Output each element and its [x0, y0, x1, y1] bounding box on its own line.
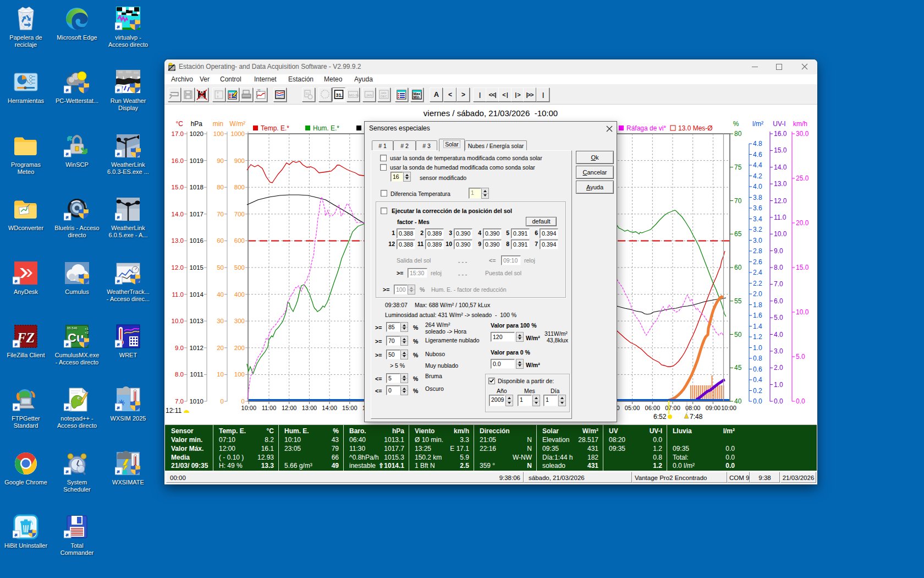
- svg-text:MO-SU: MO-SU: [349, 94, 360, 97]
- svg-text:31: 31: [306, 92, 310, 95]
- svg-text:Min: Min: [414, 95, 420, 99]
- svg-text:4.6: 4.6: [753, 151, 762, 159]
- svg-text:20.0: 20.0: [796, 219, 809, 227]
- svg-text:65: 65: [734, 230, 742, 238]
- svg-text:T: T: [217, 91, 219, 95]
- svg-text:16.0: 16.0: [774, 130, 787, 138]
- svg-text:6.0: 6.0: [774, 297, 783, 305]
- svg-text:1018: 1018: [189, 184, 204, 190]
- svg-text:1019: 1019: [189, 157, 204, 164]
- svg-text:13.0: 13.0: [774, 180, 787, 188]
- svg-text:14:00: 14:00: [322, 405, 337, 411]
- svg-text:100: 100: [213, 130, 224, 137]
- svg-text:1014: 1014: [189, 291, 204, 298]
- svg-text:10.0: 10.0: [774, 230, 787, 238]
- svg-text:JAN: JAN: [381, 91, 386, 95]
- svg-text:8.0: 8.0: [175, 371, 184, 378]
- svg-text:0.2: 0.2: [753, 387, 762, 395]
- svg-text:%: %: [733, 120, 739, 128]
- svg-text:Temp. E.*: Temp. E.*: [261, 124, 289, 132]
- svg-text:200: 200: [234, 345, 245, 351]
- svg-text:4.2: 4.2: [753, 172, 762, 180]
- svg-text:12.0: 12.0: [774, 197, 787, 205]
- svg-text:Ráfaga de vi*: Ráfaga de vi*: [626, 124, 666, 132]
- svg-text:0.4: 0.4: [753, 376, 762, 384]
- svg-text:50: 50: [217, 264, 224, 271]
- svg-text:3.0: 3.0: [753, 237, 762, 244]
- svg-text:40: 40: [734, 397, 742, 405]
- svg-text:60: 60: [734, 264, 742, 271]
- svg-text:DEC: DEC: [381, 95, 387, 98]
- svg-text:60: 60: [217, 237, 224, 244]
- svg-text:25.0: 25.0: [796, 175, 809, 182]
- svg-text:8.0: 8.0: [774, 264, 783, 271]
- svg-text:13.0: 13.0: [172, 237, 184, 244]
- svg-text:600: 600: [234, 237, 245, 244]
- svg-text:14.0: 14.0: [774, 163, 787, 171]
- svg-text:°C: °C: [176, 120, 184, 128]
- svg-text:1.4: 1.4: [753, 323, 762, 330]
- svg-text:7:48: 7:48: [690, 413, 703, 421]
- svg-text:400: 400: [234, 291, 245, 298]
- svg-text:11.0: 11.0: [774, 214, 787, 221]
- svg-text:10.0: 10.0: [172, 318, 184, 324]
- svg-text:9.0: 9.0: [774, 247, 783, 255]
- svg-text:0: 0: [241, 398, 245, 405]
- svg-text:1012: 1012: [189, 345, 204, 351]
- svg-text:30.0: 30.0: [796, 130, 809, 138]
- svg-text:1016: 1016: [189, 237, 204, 244]
- svg-text:W/m²: W/m²: [229, 120, 245, 128]
- svg-text:15.0: 15.0: [796, 264, 809, 271]
- svg-text:70: 70: [217, 211, 224, 217]
- svg-text:08:00: 08:00: [685, 405, 701, 411]
- svg-text:500: 500: [234, 264, 245, 271]
- svg-text:70: 70: [734, 197, 742, 205]
- svg-text:65.546: 65.546: [67, 326, 78, 330]
- svg-text:Hum. E.*: Hum. E.*: [313, 124, 339, 132]
- svg-text:2.4: 2.4: [753, 269, 762, 276]
- svg-text:12.0: 12.0: [172, 264, 184, 271]
- svg-text:2.0: 2.0: [774, 364, 783, 372]
- svg-text:800: 800: [234, 184, 245, 190]
- svg-text:20: 20: [217, 345, 224, 351]
- svg-text:13.0 Mes-Ø: 13.0 Mes-Ø: [678, 124, 713, 132]
- svg-text:50: 50: [734, 331, 742, 339]
- svg-text:JAN: JAN: [366, 94, 372, 97]
- svg-text:40: 40: [217, 291, 224, 298]
- svg-text:1013: 1013: [189, 318, 204, 324]
- svg-text:2.2: 2.2: [753, 280, 762, 287]
- svg-text:1.6: 1.6: [753, 312, 762, 319]
- svg-text:2.0: 2.0: [753, 290, 762, 298]
- svg-text:km/h: km/h: [793, 120, 807, 128]
- svg-text:75: 75: [734, 163, 742, 171]
- svg-text:06:00: 06:00: [645, 405, 661, 411]
- svg-text:100: 100: [234, 371, 245, 378]
- svg-text:15.0: 15.0: [774, 146, 787, 154]
- svg-text:0.0: 0.0: [796, 397, 805, 405]
- svg-text:4.0: 4.0: [753, 183, 762, 190]
- svg-text:+1: +1: [85, 327, 89, 330]
- svg-text:14.0: 14.0: [172, 211, 184, 217]
- svg-text:1.8: 1.8: [753, 301, 762, 309]
- svg-text:9.0: 9.0: [175, 345, 184, 351]
- svg-text:80: 80: [734, 130, 742, 138]
- svg-text:min: min: [213, 120, 223, 128]
- svg-text:7.0: 7.0: [774, 280, 783, 288]
- svg-text:3.6: 3.6: [753, 204, 762, 212]
- svg-text:4.0: 4.0: [774, 331, 783, 339]
- svg-text:°C: °C: [257, 89, 261, 92]
- svg-text:1015: 1015: [189, 264, 204, 271]
- svg-text:0.0: 0.0: [774, 397, 783, 405]
- svg-text:1011: 1011: [190, 371, 204, 378]
- svg-text:09:00: 09:00: [706, 405, 721, 411]
- svg-text:10.0: 10.0: [796, 308, 809, 316]
- svg-text:4.8: 4.8: [753, 140, 762, 148]
- svg-text:12:11: 12:11: [166, 407, 182, 415]
- svg-text:5.0: 5.0: [796, 353, 805, 361]
- svg-text:3.8: 3.8: [753, 194, 762, 201]
- svg-text:0: 0: [221, 398, 224, 405]
- svg-text:1020: 1020: [189, 130, 204, 137]
- svg-text:30: 30: [217, 318, 224, 324]
- svg-text:900: 900: [234, 157, 245, 164]
- svg-text:07:00: 07:00: [665, 405, 680, 411]
